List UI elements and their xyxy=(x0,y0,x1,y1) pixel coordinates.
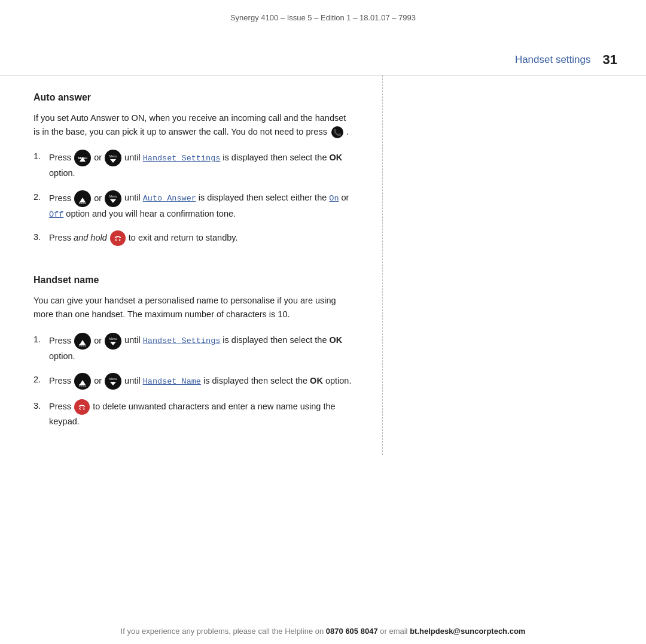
step-2: 2. Press Menu or Menu xyxy=(33,190,354,221)
footer-or: or xyxy=(380,627,389,636)
handset-name-intro: You can give your handset a personalised… xyxy=(33,294,354,321)
auto-answer-section: Auto answer If you set Auto Answer to ON… xyxy=(33,92,354,246)
up-button-icon: Menu xyxy=(74,150,91,166)
footer-email-label: email xyxy=(389,627,407,636)
auto-answer-title: Auto answer xyxy=(33,92,354,103)
hn-step-3: 3. Press to delete unwanted characters a… xyxy=(33,399,354,429)
up-button-icon-4: Menu xyxy=(74,373,91,390)
handset-name-steps: 1. Press Menu or Menu xyxy=(33,333,354,429)
page-header: Handset settings 31 xyxy=(0,34,646,75)
end-button-icon-2 xyxy=(74,399,90,415)
menu-button-icon-2: Menu xyxy=(105,190,121,207)
phone-inline-icon: 📞 xyxy=(331,126,344,139)
content-right xyxy=(383,75,646,455)
content-left: Auto answer If you set Auto Answer to ON… xyxy=(0,75,383,455)
handset-name-section: Handset name You can give your handset a… xyxy=(33,275,354,429)
footer-text-before: If you experience any problems, please c… xyxy=(121,627,324,636)
menu-button-icon-1: Menu xyxy=(105,150,121,166)
up-button-icon-2: Menu xyxy=(74,190,91,207)
page-number: 31 xyxy=(603,52,617,68)
section-name: Handset settings xyxy=(515,54,591,66)
hn-step-2: 2. Press Menu or Menu xyxy=(33,373,354,390)
main-content: Auto answer If you set Auto Answer to ON… xyxy=(0,75,646,455)
hn-step-1: 1. Press Menu or Menu xyxy=(33,333,354,363)
document-title: Synergy 4100 – Issue 5 – Edition 1 – 18.… xyxy=(0,0,646,22)
up-button-icon-3: Menu xyxy=(74,333,91,350)
footer: If you experience any problems, please c… xyxy=(0,618,646,644)
svg-marker-2 xyxy=(80,157,86,162)
section-divider xyxy=(33,256,354,275)
helpline-number: 0870 605 8047 xyxy=(326,627,378,636)
step-1: 1. Press Menu or Menu xyxy=(33,150,354,180)
auto-answer-steps: 1. Press Menu or Menu xyxy=(33,150,354,246)
menu-button-icon-4: Menu xyxy=(105,373,121,390)
footer-email: bt.helpdesk@suncorptech.com xyxy=(410,627,525,636)
document-header: Synergy 4100 – Issue 5 – Edition 1 – 18.… xyxy=(0,0,646,22)
auto-answer-intro: If you set Auto Answer to ON, when you r… xyxy=(33,111,354,139)
step-3: 3. Press and hold to exit and return to … xyxy=(33,230,354,246)
handset-name-title: Handset name xyxy=(33,275,354,285)
svg-text:📞: 📞 xyxy=(333,128,342,136)
end-button-icon xyxy=(110,230,126,246)
menu-button-icon-3: Menu xyxy=(105,333,121,350)
